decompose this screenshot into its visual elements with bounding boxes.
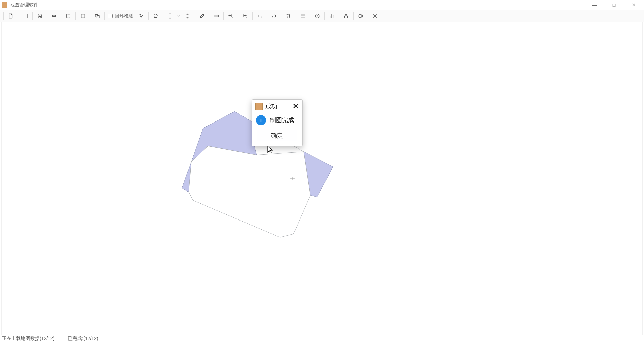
toolbar-separator	[163, 12, 163, 20]
lock-icon[interactable]	[340, 11, 352, 21]
dialog-footer: 确定	[252, 130, 302, 146]
rect-double-icon[interactable]	[92, 11, 103, 21]
svg-rect-11	[97, 15, 100, 18]
svg-rect-10	[95, 14, 98, 17]
target-icon[interactable]	[182, 11, 193, 21]
toolbar-separator	[61, 12, 61, 20]
toolbar-separator	[324, 12, 325, 20]
globe-icon[interactable]	[355, 11, 366, 21]
rect-solid-icon[interactable]	[77, 11, 89, 21]
eraser-icon[interactable]	[196, 11, 208, 21]
info-icon: i	[256, 115, 266, 125]
dialog-header: 成功 ✕	[252, 100, 302, 112]
file-icon[interactable]	[5, 11, 16, 21]
clock-icon[interactable]	[312, 11, 323, 21]
toolbar-separator	[310, 12, 310, 20]
ruler-icon[interactable]	[211, 11, 222, 21]
toolbar: 回环检测	[0, 10, 644, 22]
status-completed: 已完成:(12/12)	[68, 336, 98, 342]
svg-rect-2	[39, 14, 40, 15]
redo-icon[interactable]	[268, 11, 280, 21]
app-icon	[2, 2, 7, 8]
svg-point-41	[373, 14, 377, 18]
layout-icon[interactable]	[19, 11, 31, 21]
svg-rect-3	[39, 16, 41, 18]
disc-icon[interactable]	[369, 11, 381, 21]
toolbar-separator	[252, 12, 253, 20]
trash-icon[interactable]	[283, 11, 294, 21]
toolbar-separator	[47, 12, 47, 20]
loop-detect-toggle[interactable]: 回环检测	[106, 11, 136, 21]
toolbar-separator	[18, 12, 18, 20]
toolbar-separator	[75, 12, 76, 20]
toolbar-separator	[209, 12, 209, 20]
print-icon[interactable]	[48, 11, 60, 21]
svg-rect-15	[186, 15, 189, 17]
toolbar-separator	[148, 12, 149, 20]
dropdown-icon[interactable]	[176, 11, 182, 21]
toolbar-separator	[90, 12, 90, 20]
save-icon[interactable]	[34, 11, 45, 21]
close-button[interactable]: ✕	[629, 2, 639, 8]
dialog-body: i 制图完成	[252, 112, 302, 130]
svg-rect-39	[345, 16, 348, 18]
status-uploading: 正在上载地图数据(12/12)	[2, 336, 54, 342]
polygon-icon[interactable]	[150, 11, 161, 21]
titlebar: 地图管理软件 — □ ✕	[0, 0, 644, 10]
svg-rect-7	[67, 14, 70, 18]
svg-rect-6	[53, 16, 55, 18]
dialog-close-button[interactable]: ✕	[293, 103, 299, 110]
toolbar-separator	[296, 12, 296, 20]
phone-icon[interactable]	[164, 11, 176, 21]
svg-marker-45	[189, 146, 310, 237]
toolbar-separator	[104, 12, 105, 20]
window-controls: — □ ✕	[590, 2, 642, 8]
toolbar-separator	[238, 12, 238, 20]
dialog-message: 制图完成	[270, 116, 294, 124]
toolbar-separator	[267, 12, 267, 20]
window-title: 地图管理软件	[10, 2, 38, 8]
statusbar: 正在上载地图数据(12/12) 已完成:(12/12)	[0, 335, 644, 342]
toolbar-separator	[195, 12, 195, 20]
undo-icon[interactable]	[254, 11, 265, 21]
rect-dash-icon[interactable]	[63, 11, 74, 21]
toolbar-separator	[339, 12, 339, 20]
toolbar-separator	[32, 12, 33, 20]
svg-rect-20	[214, 15, 219, 17]
loop-detect-label: 回环检测	[115, 13, 133, 19]
card-icon[interactable]	[297, 11, 309, 21]
dialog-app-icon	[255, 103, 263, 110]
success-dialog: 成功 ✕ i 制图完成 确定	[252, 99, 303, 146]
svg-rect-5	[53, 14, 55, 15]
svg-point-42	[374, 15, 376, 17]
svg-marker-12	[154, 14, 158, 18]
loop-detect-checkbox[interactable]	[108, 14, 113, 18]
chart-icon[interactable]	[326, 11, 337, 21]
toolbar-separator	[223, 12, 224, 20]
toolbar-separator	[353, 12, 354, 20]
dialog-title: 成功	[265, 102, 277, 110]
zoomout-icon[interactable]	[239, 11, 251, 21]
minimize-button[interactable]: —	[590, 2, 600, 8]
svg-line-35	[317, 16, 318, 17]
ok-button[interactable]: 确定	[257, 130, 297, 141]
pointer-icon[interactable]	[136, 11, 147, 21]
toolbar-separator	[281, 12, 281, 20]
zoomin-icon[interactable]	[225, 11, 236, 21]
svg-rect-31	[301, 15, 305, 17]
toolbar-separator	[368, 12, 368, 20]
maximize-button[interactable]: □	[609, 2, 619, 8]
svg-line-29	[246, 17, 247, 18]
toolbar-separator	[3, 12, 4, 20]
map-canvas[interactable]	[1, 22, 643, 335]
svg-line-25	[231, 17, 233, 18]
